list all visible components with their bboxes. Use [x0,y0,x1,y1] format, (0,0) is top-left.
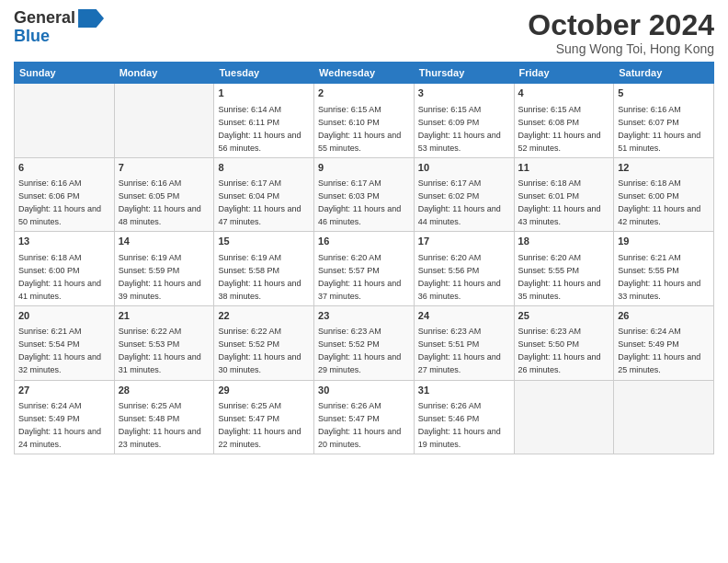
calendar-day-cell: 23Sunrise: 6:23 AM Sunset: 5:52 PM Dayli… [314,305,415,380]
weekday-header: Saturday [614,63,714,84]
day-info: Sunrise: 6:23 AM Sunset: 5:52 PM Dayligh… [318,327,401,374]
calendar-day-cell: 9Sunrise: 6:17 AM Sunset: 6:03 PM Daylig… [314,157,415,232]
calendar-day-cell: 1Sunrise: 6:14 AM Sunset: 6:11 PM Daylig… [214,84,314,158]
day-number: 8 [218,161,310,175]
day-info: Sunrise: 6:23 AM Sunset: 5:51 PM Dayligh… [418,327,501,374]
weekday-header: Tuesday [214,63,314,84]
calendar-week-row: 6Sunrise: 6:16 AM Sunset: 6:06 PM Daylig… [15,157,714,232]
calendar-day-cell: 13Sunrise: 6:18 AM Sunset: 6:00 PM Dayli… [15,232,115,306]
calendar-day-cell: 4Sunrise: 6:15 AM Sunset: 6:08 PM Daylig… [514,84,614,158]
day-info: Sunrise: 6:19 AM Sunset: 5:59 PM Dayligh… [119,253,201,301]
weekday-header: Thursday [414,63,514,84]
day-info: Sunrise: 6:18 AM Sunset: 6:01 PM Dayligh… [518,178,601,226]
day-number: 7 [119,161,210,175]
calendar-week-row: 1Sunrise: 6:14 AM Sunset: 6:11 PM Daylig… [15,84,714,158]
day-number: 17 [418,235,510,248]
calendar-week-row: 27Sunrise: 6:24 AM Sunset: 5:49 PM Dayli… [15,380,714,454]
day-number: 13 [18,235,110,248]
calendar-day-cell: 20Sunrise: 6:21 AM Sunset: 5:54 PM Dayli… [15,305,115,380]
day-info: Sunrise: 6:21 AM Sunset: 5:55 PM Dayligh… [618,253,700,301]
day-number: 31 [418,384,510,397]
calendar-day-cell: 30Sunrise: 6:26 AM Sunset: 5:47 PM Dayli… [314,380,415,454]
logo-icon [78,9,104,28]
logo-general-text: General [14,9,75,28]
day-info: Sunrise: 6:25 AM Sunset: 5:47 PM Dayligh… [218,401,301,449]
calendar-day-cell: 12Sunrise: 6:18 AM Sunset: 6:00 PM Dayli… [614,157,714,232]
calendar-day-cell: 26Sunrise: 6:24 AM Sunset: 5:49 PM Dayli… [614,305,714,380]
weekday-header: Monday [114,63,214,84]
day-info: Sunrise: 6:20 AM Sunset: 5:56 PM Dayligh… [418,253,501,301]
day-number: 14 [119,235,210,248]
day-info: Sunrise: 6:15 AM Sunset: 6:08 PM Dayligh… [518,105,601,153]
day-info: Sunrise: 6:26 AM Sunset: 5:47 PM Dayligh… [318,401,401,449]
calendar-day-cell: 14Sunrise: 6:19 AM Sunset: 5:59 PM Dayli… [114,232,214,306]
calendar-day-cell [114,84,214,158]
calendar-day-cell [514,380,614,454]
calendar-day-cell: 16Sunrise: 6:20 AM Sunset: 5:57 PM Dayli… [314,232,415,306]
calendar-day-cell: 15Sunrise: 6:19 AM Sunset: 5:58 PM Dayli… [214,232,314,306]
day-number: 15 [218,235,310,248]
day-number: 21 [119,309,210,323]
calendar-day-cell: 10Sunrise: 6:17 AM Sunset: 6:02 PM Dayli… [414,157,514,232]
calendar-day-cell: 18Sunrise: 6:20 AM Sunset: 5:55 PM Dayli… [514,232,614,306]
day-info: Sunrise: 6:18 AM Sunset: 6:00 PM Dayligh… [618,178,700,226]
day-number: 16 [318,235,410,248]
day-info: Sunrise: 6:16 AM Sunset: 6:07 PM Dayligh… [618,105,700,153]
day-number: 27 [18,384,110,397]
day-number: 26 [618,309,710,323]
title-block: October 2024 Sung Wong Toi, Hong Kong [528,9,714,56]
day-info: Sunrise: 6:23 AM Sunset: 5:50 PM Dayligh… [518,327,601,374]
location-title: Sung Wong Toi, Hong Kong [528,41,714,56]
calendar-day-cell: 8Sunrise: 6:17 AM Sunset: 6:04 PM Daylig… [214,157,314,232]
day-info: Sunrise: 6:18 AM Sunset: 6:00 PM Dayligh… [18,253,101,301]
logo: General Blue [14,9,104,46]
day-info: Sunrise: 6:25 AM Sunset: 5:48 PM Dayligh… [119,401,201,449]
day-info: Sunrise: 6:20 AM Sunset: 5:57 PM Dayligh… [318,253,401,301]
calendar-day-cell: 29Sunrise: 6:25 AM Sunset: 5:47 PM Dayli… [214,380,314,454]
calendar-day-cell: 21Sunrise: 6:22 AM Sunset: 5:53 PM Dayli… [114,305,214,380]
day-info: Sunrise: 6:26 AM Sunset: 5:46 PM Dayligh… [418,401,501,449]
calendar-day-cell: 25Sunrise: 6:23 AM Sunset: 5:50 PM Dayli… [514,305,614,380]
day-number: 25 [518,309,610,323]
day-number: 4 [518,86,610,100]
calendar-day-cell: 5Sunrise: 6:16 AM Sunset: 6:07 PM Daylig… [614,84,714,158]
day-info: Sunrise: 6:22 AM Sunset: 5:53 PM Dayligh… [119,327,201,374]
day-info: Sunrise: 6:15 AM Sunset: 6:09 PM Dayligh… [418,105,501,153]
day-info: Sunrise: 6:19 AM Sunset: 5:58 PM Dayligh… [218,253,301,301]
calendar-day-cell: 31Sunrise: 6:26 AM Sunset: 5:46 PM Dayli… [414,380,514,454]
day-number: 29 [218,384,310,397]
day-number: 22 [218,309,310,323]
calendar-table: SundayMondayTuesdayWednesdayThursdayFrid… [14,62,714,454]
page-container: General Blue October 2024 Sung Wong Toi,… [0,0,728,459]
day-number: 11 [518,161,610,175]
day-number: 24 [418,309,510,323]
calendar-header-row: SundayMondayTuesdayWednesdayThursdayFrid… [15,63,714,84]
day-info: Sunrise: 6:22 AM Sunset: 5:52 PM Dayligh… [218,327,301,374]
day-number: 10 [418,161,510,175]
logo-blue-text: Blue [14,28,50,46]
day-number: 28 [119,384,210,397]
calendar-week-row: 13Sunrise: 6:18 AM Sunset: 6:00 PM Dayli… [15,232,714,306]
calendar-day-cell: 6Sunrise: 6:16 AM Sunset: 6:06 PM Daylig… [15,157,115,232]
day-number: 2 [318,86,410,100]
day-info: Sunrise: 6:15 AM Sunset: 6:10 PM Dayligh… [318,105,401,153]
day-number: 9 [318,161,410,175]
day-number: 12 [618,161,710,175]
day-info: Sunrise: 6:14 AM Sunset: 6:11 PM Dayligh… [218,105,301,153]
day-number: 5 [618,86,710,100]
calendar-day-cell: 7Sunrise: 6:16 AM Sunset: 6:05 PM Daylig… [114,157,214,232]
calendar-day-cell: 22Sunrise: 6:22 AM Sunset: 5:52 PM Dayli… [214,305,314,380]
day-number: 1 [218,86,310,100]
day-info: Sunrise: 6:24 AM Sunset: 5:49 PM Dayligh… [18,401,101,449]
day-number: 3 [418,86,510,100]
day-info: Sunrise: 6:16 AM Sunset: 6:06 PM Dayligh… [18,178,101,226]
page-header: General Blue October 2024 Sung Wong Toi,… [14,9,714,56]
calendar-day-cell: 11Sunrise: 6:18 AM Sunset: 6:01 PM Dayli… [514,157,614,232]
day-number: 18 [518,235,610,248]
day-info: Sunrise: 6:16 AM Sunset: 6:05 PM Dayligh… [119,178,201,226]
calendar-day-cell: 27Sunrise: 6:24 AM Sunset: 5:49 PM Dayli… [15,380,115,454]
day-number: 30 [318,384,410,397]
calendar-day-cell: 24Sunrise: 6:23 AM Sunset: 5:51 PM Dayli… [414,305,514,380]
day-info: Sunrise: 6:17 AM Sunset: 6:03 PM Dayligh… [318,178,401,226]
calendar-day-cell: 2Sunrise: 6:15 AM Sunset: 6:10 PM Daylig… [314,84,415,158]
